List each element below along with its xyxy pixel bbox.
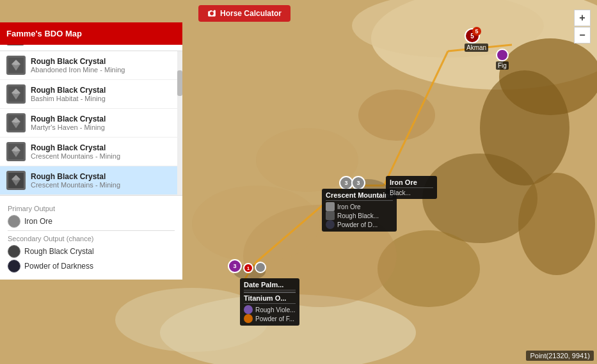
- powder-darkness-name: Powder of Darkness: [24, 262, 93, 271]
- result-item-3[interactable]: Rough Black Crystal Martyr's Haven - Min…: [0, 109, 182, 138]
- horse-calculator-button[interactable]: Horse Calculator: [198, 5, 291, 22]
- result-icon-3: [6, 113, 26, 132]
- zoom-in-button[interactable]: +: [574, 10, 591, 26]
- iron-ore-icon: [8, 215, 20, 228]
- sidebar: Famme's BDO Map ✕ Rough Black Crystal: [0, 22, 182, 280]
- map-controls: + −: [574, 10, 591, 44]
- app-header: Famme's BDO Map: [0, 22, 182, 45]
- primary-output-label: Primary Output: [8, 205, 175, 212]
- results-list: Rough Black Crystal Abandoned Iron Mine …: [0, 51, 182, 195]
- crystal-icon-4: [8, 144, 24, 159]
- result-item-2[interactable]: Rough Black Crystal Bashim Habitat - Min…: [0, 80, 182, 109]
- result-text-1: Rough Black Crystal Abandoned Iron Mine …: [31, 57, 125, 74]
- scrollbar-thumb[interactable]: [177, 70, 182, 96]
- zoom-out-button[interactable]: −: [574, 27, 591, 44]
- result-icon-4: [6, 142, 26, 161]
- crystal-icon-5: [8, 173, 24, 188]
- iron-ore-popup: Iron Ore Black...: [386, 176, 437, 199]
- result-item-4[interactable]: Rough Black Crystal Crescent Mountains -…: [0, 138, 182, 166]
- scrollbar-track[interactable]: [177, 51, 182, 195]
- coordinates-display: Point(21320, 9941): [526, 351, 594, 361]
- mine-popup: Date Palm... Titanium O... Rough Viole..…: [240, 278, 299, 326]
- akman-label: Akman: [465, 44, 488, 52]
- horse-icon: [207, 9, 216, 18]
- result-text-3: Rough Black Crystal Martyr's Haven - Min…: [31, 115, 106, 131]
- secondary-item-1: Powder of Darkness: [8, 260, 175, 273]
- svg-point-6: [518, 173, 595, 275]
- secondary-item-0: Rough Black Crystal: [8, 245, 175, 258]
- secondary-output-label: Secondary Output (chance): [8, 235, 175, 242]
- iron-ore-name: Iron Ore: [24, 217, 52, 226]
- result-text-4: Rough Black Crystal Crescent Mountains -…: [31, 143, 120, 160]
- fig-label: Fig: [496, 61, 509, 70]
- app-title: Famme's BDO Map: [6, 29, 82, 38]
- fig-marker[interactable]: Fig: [496, 49, 509, 70]
- akman-marker[interactable]: 5 5 Akman: [465, 28, 488, 52]
- rough-crystal-icon: [8, 245, 20, 258]
- result-icon-2: [6, 84, 26, 104]
- result-item-5[interactable]: Rough Black Crystal Crescent Mountains -…: [0, 166, 182, 195]
- result-item-1[interactable]: Rough Black Crystal Abandoned Iron Mine …: [0, 51, 182, 80]
- date-palm-area[interactable]: 3 1: [228, 259, 266, 273]
- separator-1: [8, 230, 175, 231]
- crystal-icon-3: [8, 115, 24, 131]
- rough-crystal-name: Rough Black Crystal: [24, 247, 94, 256]
- svg-point-12: [358, 90, 435, 141]
- result-text-5: Rough Black Crystal Crescent Mountains -…: [31, 172, 120, 189]
- result-text-2: Rough Black Crystal Bashim Habitat - Min…: [31, 86, 106, 102]
- result-icon-5: [6, 171, 26, 190]
- primary-item-0: Iron Ore: [8, 215, 175, 228]
- crescent-mountains-group[interactable]: 3 3: [339, 176, 365, 190]
- crystal-icon-2: [8, 86, 24, 102]
- crystal-icon-1: [8, 58, 24, 73]
- result-icon-1: [6, 56, 26, 75]
- powder-darkness-icon: [8, 260, 20, 273]
- node-output-section: Primary Output Iron Ore Secondary Output…: [0, 195, 182, 280]
